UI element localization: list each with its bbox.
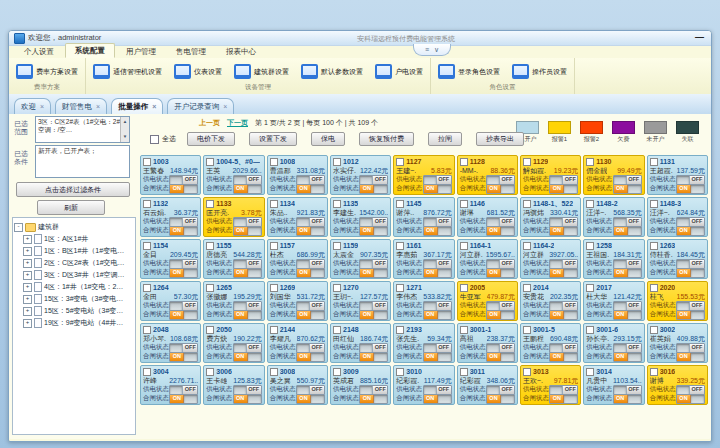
- meter-card[interactable]: 1132 石云娟. 36.37元 供电状态 OFF 合闸状态 ON: [140, 197, 201, 237]
- breaker-toggle[interactable]: ON: [486, 352, 515, 362]
- meter-card[interactable]: 1269 刘国华 531.72元 供电状态 OFF 合闸状态 ON: [267, 281, 328, 321]
- refresh-button[interactable]: 刷新: [37, 200, 105, 215]
- meter-card[interactable]: 2148 田红仙 186.74元 供电状态 OFF 合闸状态 ON: [330, 323, 391, 363]
- toolbar-button[interactable]: 拉闸: [428, 132, 462, 146]
- breaker-toggle[interactable]: ON: [613, 352, 642, 362]
- card-checkbox[interactable]: [396, 158, 404, 166]
- meter-card[interactable]: 1265 张徽娜 195.29元 供电状态 OFF 合闸状态 ON: [203, 281, 264, 321]
- breaker-toggle[interactable]: ON: [359, 394, 388, 404]
- breaker-toggle[interactable]: ON: [296, 352, 325, 362]
- meter-card[interactable]: 1130 佣金靓 99.49元 供电状态 OFF 合闸状态 ON: [583, 155, 644, 195]
- minimize-button[interactable]: —: [695, 32, 704, 42]
- meter-card[interactable]: 3001-5 王鹏程 690.48元 供电状态 OFF 合闸状态 ON: [520, 323, 581, 363]
- card-checkbox[interactable]: [650, 242, 658, 250]
- ribbon-button[interactable]: 仪表设置: [172, 63, 224, 80]
- document-tab[interactable]: 批量操作 ×: [111, 98, 163, 114]
- card-checkbox[interactable]: [586, 326, 594, 334]
- meter-card[interactable]: 1148-2 汪洋~. 568.35元 供电状态 OFF 合闸状态 ON: [583, 197, 644, 237]
- selected-range-box[interactable]: 3区：C区2#表（1#交电：2#空调：/空… ▲ ▼: [35, 116, 130, 143]
- breaker-toggle[interactable]: ON: [613, 184, 642, 194]
- card-checkbox[interactable]: [650, 368, 658, 376]
- meter-card[interactable]: 1164-2 河立群 3927.05.. 供电状态 OFF 合闸状态 ON: [520, 239, 581, 279]
- breaker-toggle[interactable]: ON: [486, 184, 515, 194]
- meter-card[interactable]: 3004 许峰 2276.71.. 供电状态 OFF 合闸状态 ON: [140, 365, 201, 405]
- tree-item[interactable]: + 1区：A区1#井: [23, 234, 134, 244]
- ribbon-button[interactable]: 建筑群设置: [232, 63, 291, 80]
- breaker-toggle[interactable]: ON: [233, 310, 262, 320]
- meter-card[interactable]: 1148-1、522 冯骥炜 330.41元 供电状态 OFF 合闸状态 ON: [520, 197, 581, 237]
- card-checkbox[interactable]: [270, 242, 278, 250]
- card-checkbox[interactable]: [396, 242, 404, 250]
- card-checkbox[interactable]: [460, 326, 468, 334]
- card-checkbox[interactable]: [396, 326, 404, 334]
- tree-item[interactable]: + 2区：C区2#表（1#交电…: [23, 258, 134, 268]
- breaker-toggle[interactable]: ON: [486, 268, 515, 278]
- meter-card[interactable]: 1134 朱品.. 921.83元 供电状态 OFF 合闸状态 ON: [267, 197, 328, 237]
- breaker-toggle[interactable]: ON: [359, 352, 388, 362]
- close-tab-icon[interactable]: ×: [223, 103, 227, 110]
- breaker-toggle[interactable]: ON: [233, 352, 262, 362]
- expand-icon[interactable]: +: [23, 319, 32, 328]
- breaker-toggle[interactable]: ON: [233, 268, 262, 278]
- breaker-toggle[interactable]: ON: [169, 268, 198, 278]
- expand-icon[interactable]: +: [23, 307, 32, 316]
- card-checkbox[interactable]: [586, 284, 594, 292]
- meter-card[interactable]: 1258 王祖国. 184.31元 供电状态 OFF 合闸状态 ON: [583, 239, 644, 279]
- tree-item[interactable]: + 4区：1#井（1#交电：2…: [23, 282, 134, 292]
- card-checkbox[interactable]: [143, 326, 151, 334]
- breaker-toggle[interactable]: ON: [169, 310, 198, 320]
- meter-card[interactable]: 1270 王玥~. 127.57元 供电状态 OFF 合闸状态 ON: [330, 281, 391, 321]
- meter-card[interactable]: 1135 李建生. 1542.00.. 供电状态 OFF 合闸状态 ON: [330, 197, 391, 237]
- meter-card[interactable]: 1157 杜杰 686.99元 供电状态 OFF 合闸状态 ON: [267, 239, 328, 279]
- prev-page-link[interactable]: 上一页: [199, 118, 220, 128]
- breaker-toggle[interactable]: ON: [613, 226, 642, 236]
- choose-filter-button[interactable]: 点击选择过滤条件: [16, 182, 130, 197]
- card-checkbox[interactable]: [143, 242, 151, 250]
- breaker-toggle[interactable]: ON: [549, 310, 578, 320]
- card-checkbox[interactable]: [523, 368, 531, 376]
- meter-card[interactable]: 3014 凡贵中 1103.54.. 供电状态 OFF 合闸状态 ON: [583, 365, 644, 405]
- breaker-toggle[interactable]: ON: [423, 184, 452, 194]
- card-checkbox[interactable]: [206, 284, 214, 292]
- card-checkbox[interactable]: [206, 326, 214, 334]
- breaker-toggle[interactable]: ON: [613, 268, 642, 278]
- meter-card[interactable]: 1161 李惠茹 367.17元 供电状态 OFF 合闸状态 ON: [393, 239, 454, 279]
- card-checkbox[interactable]: [523, 200, 531, 208]
- card-checkbox[interactable]: [460, 158, 468, 166]
- card-checkbox[interactable]: [460, 200, 468, 208]
- card-checkbox[interactable]: [523, 326, 531, 334]
- toolbar-button[interactable]: 抄表导出: [476, 132, 524, 146]
- toolbar-button[interactable]: 保电: [311, 132, 345, 146]
- card-checkbox[interactable]: [333, 368, 341, 376]
- menu-tab[interactable]: 系统配置: [65, 43, 115, 58]
- meter-card[interactable]: 1128 -MM-. 88.36元 供电状态 OFF 合闸状态 ON: [457, 155, 518, 195]
- tree-root[interactable]: - 建筑群: [14, 222, 134, 232]
- document-tab[interactable]: 开户记录查询 ×: [167, 98, 234, 114]
- meter-card[interactable]: 1159 太震金 907.35元 供电状态 OFF 合闸状态 ON: [330, 239, 391, 279]
- breaker-toggle[interactable]: ON: [296, 268, 325, 278]
- breaker-toggle[interactable]: ON: [296, 184, 325, 194]
- close-tab-icon[interactable]: ×: [152, 103, 156, 110]
- card-checkbox[interactable]: [460, 284, 468, 292]
- scroll-up-icon[interactable]: ▲: [123, 118, 127, 126]
- card-checkbox[interactable]: [396, 200, 404, 208]
- expand-icon[interactable]: +: [23, 271, 32, 280]
- meter-card[interactable]: 2017 杜大华 121.42元 供电状态 OFF 合闸状态 ON: [583, 281, 644, 321]
- breaker-toggle[interactable]: ON: [549, 184, 578, 194]
- card-checkbox[interactable]: [206, 158, 214, 166]
- card-checkbox[interactable]: [143, 200, 151, 208]
- breaker-toggle[interactable]: ON: [676, 394, 705, 404]
- tree-item[interactable]: + 15区：5#变电站（3#变…: [23, 306, 134, 316]
- ribbon-button[interactable]: 登录角色设置: [436, 63, 502, 80]
- next-page-link[interactable]: 下一页: [227, 118, 248, 128]
- tree-item[interactable]: + 3区：D区3#井（1#空调…: [23, 270, 134, 280]
- breaker-toggle[interactable]: ON: [233, 184, 262, 194]
- menu-tab[interactable]: 售电管理: [167, 45, 215, 58]
- breaker-toggle[interactable]: ON: [486, 226, 515, 236]
- meter-card[interactable]: 1129 解如霞. 19.23元 供电状态 OFF 合闸状态 ON: [520, 155, 581, 195]
- meter-card[interactable]: 1264 金田 57.30元 供电状态 OFF 合闸状态 ON: [140, 281, 201, 321]
- close-tab-icon[interactable]: ×: [96, 103, 100, 110]
- ribbon-button[interactable]: 默认参数设置: [299, 63, 365, 80]
- breaker-toggle[interactable]: ON: [423, 268, 452, 278]
- tree-item[interactable]: + 15区：3#变电（3#变电…: [23, 294, 134, 304]
